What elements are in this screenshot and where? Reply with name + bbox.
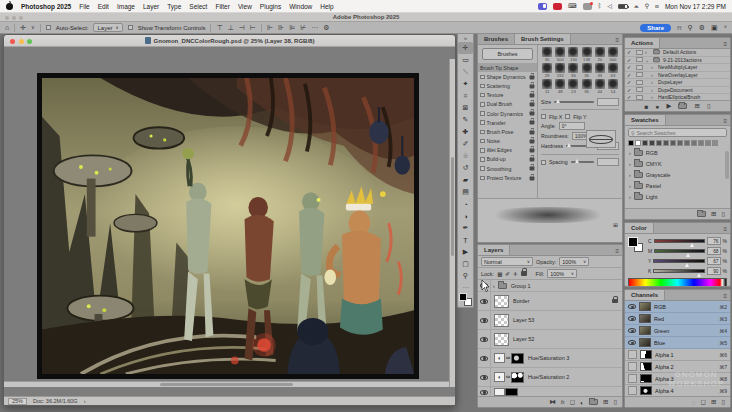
spacing-slider[interactable] [571, 161, 594, 163]
channel-row-alpha3[interactable]: Alpha 3⌘8 [625, 373, 730, 385]
menu-type[interactable]: Type [167, 3, 181, 10]
visibility-eye-icon[interactable] [628, 304, 636, 309]
color-swatch[interactable] [684, 140, 690, 146]
new-layer-icon[interactable]: ⊞ [603, 398, 608, 406]
foreground-background-swatches[interactable] [459, 293, 472, 306]
opacity-field[interactable]: 100%∨ [559, 257, 589, 266]
battery-icon[interactable] [618, 4, 628, 9]
gear-icon[interactable]: ⚙ [323, 24, 329, 31]
load-selection-icon[interactable]: ◌ [692, 399, 696, 406]
menu-view[interactable]: View [238, 3, 252, 10]
keyboard-input-icon[interactable]: ⌨ [568, 3, 577, 9]
size-slider[interactable] [554, 101, 594, 103]
tab-swatches[interactable]: Swatches [625, 115, 666, 125]
brush-preset[interactable]: 63 [607, 63, 619, 78]
spacing-checkbox[interactable] [541, 160, 546, 165]
new-swatch-icon[interactable]: ⊞ [711, 210, 716, 218]
action-dupedocument[interactable]: ✓›DupeDocument [625, 87, 730, 95]
align-top-icon[interactable]: ⊢ [250, 24, 256, 31]
cyan-value-field[interactable]: 76 [707, 237, 721, 245]
delete-swatch-icon[interactable]: ▯ [721, 210, 725, 218]
canvas-horizontal-scrollbar[interactable] [4, 381, 449, 387]
brush-preset[interactable]: 36 [581, 63, 593, 78]
menu-file[interactable]: File [79, 3, 89, 10]
visibility-eye-icon[interactable] [628, 316, 636, 321]
action-newmultiplylayer[interactable]: ✓›NewMultiplyLayer [625, 64, 730, 72]
brush-preset[interactable]: 500 [554, 47, 566, 62]
section-brush-pose[interactable]: Brush Pose [478, 127, 537, 136]
swatches-scrollbar[interactable] [725, 151, 729, 179]
more-options-icon[interactable]: ⋯ [311, 24, 318, 31]
eraser-tool[interactable]: ▰ [458, 174, 473, 186]
color-swatch[interactable] [691, 140, 697, 146]
swatch-group-rgb[interactable]: ›RGB [625, 147, 730, 158]
visibility-checkbox[interactable] [628, 362, 637, 371]
new-swatch-group-icon[interactable] [697, 211, 706, 217]
brushes-button[interactable]: Brushes [482, 48, 533, 60]
color-swatch[interactable] [649, 140, 655, 146]
section-wet-edges[interactable]: Wet Edges [478, 146, 537, 155]
channel-row-rgb[interactable]: RGB⌘2 [625, 301, 730, 313]
spotlight-search-icon[interactable]: ⚲ [645, 3, 649, 9]
brush-preset[interactable]: 11 [541, 79, 553, 94]
control-center-icon[interactable]: ⧈ [655, 3, 659, 9]
show-transform-checkbox[interactable] [128, 25, 133, 30]
visibility-eye-icon[interactable] [628, 328, 636, 333]
link-layers-icon[interactable]: ⧓ [549, 398, 556, 406]
align-left-icon[interactable]: ⊤ [216, 24, 222, 31]
color-swatch[interactable] [670, 140, 676, 146]
color-swatch[interactable] [628, 140, 634, 146]
magenta-value-field[interactable]: 68 [707, 247, 721, 255]
move-tool-option-icon[interactable]: ✛ [20, 24, 26, 31]
tool-preset-dropdown-icon[interactable]: ∨ [31, 25, 35, 30]
visibility-eye-icon[interactable] [628, 340, 636, 345]
section-protect-texture[interactable]: Protect Texture [478, 173, 537, 182]
edit-toolbar-icon[interactable]: ⋯ [458, 282, 473, 291]
action-newoverlaylayer[interactable]: ✓›NewOverlayLayer [625, 72, 730, 80]
color-swatch[interactable] [656, 140, 662, 146]
notification-badge-icon[interactable] [583, 3, 592, 10]
play-action-icon[interactable]: ▶ [666, 102, 671, 110]
new-brush-icon[interactable]: ⊞ [613, 221, 618, 228]
adjustment-icon[interactable]: ◐ [494, 372, 505, 382]
flip-x-checkbox[interactable] [541, 114, 546, 119]
visibility-eye-icon[interactable] [480, 356, 488, 361]
pen-tool[interactable]: ✒ [458, 222, 473, 234]
volume-icon[interactable]: ◁ [607, 3, 612, 9]
channels-panel-menu-icon[interactable]: ≡ [723, 293, 727, 299]
swatch-group-light[interactable]: ›Light [625, 191, 730, 202]
lasso-tool[interactable]: ⟍ [458, 66, 473, 78]
path-selection-tool[interactable]: ▶ [458, 246, 473, 258]
tab-actions[interactable]: Actions [625, 38, 660, 48]
fill-field[interactable]: 100%∨ [547, 269, 577, 278]
channel-row-green[interactable]: Green⌘4 [625, 325, 730, 337]
brush-preset[interactable]: 36 [567, 63, 579, 78]
clone-stamp-tool[interactable]: ⌾ [458, 150, 473, 162]
visibility-checkbox[interactable] [628, 374, 637, 383]
shape-tool[interactable]: ▢ [458, 258, 473, 270]
flip-y-checkbox[interactable] [565, 114, 570, 119]
new-group-icon[interactable] [589, 399, 598, 405]
gradient-tool[interactable]: ▤ [458, 186, 473, 198]
adjustment-icon[interactable] [494, 388, 505, 396]
layer-thumbnail[interactable] [494, 333, 509, 346]
brush-preset[interactable]: 138 [581, 47, 593, 62]
align-center-icon[interactable]: ⊥ [228, 24, 234, 31]
action-set-default[interactable]: ✓›Default Actions [625, 49, 730, 57]
brush-preset[interactable]: 500 [607, 47, 619, 62]
canvas-area[interactable] [4, 47, 455, 396]
zoom-level-field[interactable]: 25% [8, 398, 27, 405]
layer-mask-thumbnail[interactable] [505, 388, 518, 396]
swatch-group-pastel[interactable]: ›Pastel [625, 180, 730, 191]
zoom-tool[interactable]: ⚲ [458, 270, 473, 282]
toolbar-collapse-icon[interactable]: » [458, 33, 473, 42]
eyedropper-tool[interactable]: ✎ [458, 114, 473, 126]
menu-select[interactable]: Select [189, 3, 207, 10]
visibility-eye-icon[interactable] [480, 390, 488, 395]
canvas-vertical-scrollbar[interactable] [449, 59, 455, 387]
visibility-checkbox[interactable] [628, 350, 637, 359]
section-color-dynamics[interactable]: Color Dynamics [478, 109, 537, 118]
action-set-2013[interactable]: ✓⌄9-21-2013actions [625, 57, 730, 65]
move-tool[interactable]: ✛ [458, 42, 473, 54]
menu-window[interactable]: Window [289, 3, 312, 10]
